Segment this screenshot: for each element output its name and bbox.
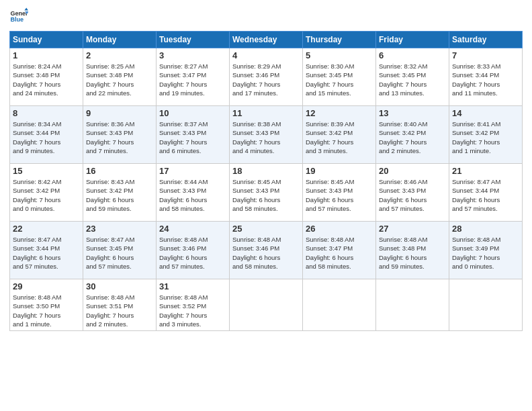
calendar-cell: 4Sunrise: 8:29 AMSunset: 3:46 PMDaylight…	[230, 48, 303, 106]
day-info: Sunrise: 8:48 AMSunset: 3:50 PMDaylight:…	[13, 293, 80, 328]
calendar-cell: 16Sunrise: 8:43 AMSunset: 3:42 PMDayligh…	[83, 164, 157, 222]
calendar-cell: 25Sunrise: 8:48 AMSunset: 3:46 PMDayligh…	[230, 222, 303, 279]
day-number: 9	[86, 108, 153, 118]
calendar-cell: 5Sunrise: 8:30 AMSunset: 3:45 PMDaylight…	[303, 48, 376, 106]
calendar-cell: 2Sunrise: 8:25 AMSunset: 3:48 PMDaylight…	[83, 48, 157, 106]
day-info: Sunrise: 8:48 AMSunset: 3:46 PMDaylight:…	[232, 235, 300, 271]
day-info: Sunrise: 8:45 AMSunset: 3:43 PMDaylight:…	[232, 177, 300, 213]
day-info: Sunrise: 8:40 AMSunset: 3:42 PMDaylight:…	[379, 120, 446, 155]
day-info: Sunrise: 8:36 AMSunset: 3:43 PMDaylight:…	[86, 120, 153, 155]
page-container: General Blue SundayMondayTuesdayWednesda…	[0, 0, 532, 411]
calendar-cell: 28Sunrise: 8:48 AMSunset: 3:49 PMDayligh…	[449, 222, 523, 279]
calendar-cell: 22Sunrise: 8:47 AMSunset: 3:44 PMDayligh…	[10, 222, 83, 279]
day-info: Sunrise: 8:39 AMSunset: 3:42 PMDaylight:…	[306, 120, 373, 155]
calendar-cell: 13Sunrise: 8:40 AMSunset: 3:42 PMDayligh…	[376, 106, 449, 164]
day-number: 24	[159, 224, 226, 234]
svg-text:General: General	[10, 10, 28, 17]
day-info: Sunrise: 8:24 AMSunset: 3:48 PMDaylight:…	[13, 62, 80, 97]
day-number: 7	[452, 50, 519, 60]
day-info: Sunrise: 8:48 AMSunset: 3:49 PMDaylight:…	[452, 235, 519, 271]
day-number: 12	[306, 108, 373, 118]
calendar-header-tuesday: Tuesday	[157, 32, 230, 48]
calendar-header-thursday: Thursday	[303, 32, 376, 48]
calendar-week-row: 8Sunrise: 8:34 AMSunset: 3:44 PMDaylight…	[10, 106, 523, 164]
calendar-week-row: 22Sunrise: 8:47 AMSunset: 3:44 PMDayligh…	[10, 222, 523, 279]
day-number: 15	[13, 166, 80, 176]
day-number: 23	[86, 224, 153, 234]
calendar-cell: 17Sunrise: 8:44 AMSunset: 3:43 PMDayligh…	[157, 164, 230, 222]
day-number: 22	[13, 224, 80, 234]
calendar-header-friday: Friday	[376, 32, 449, 48]
day-number: 1	[13, 50, 80, 60]
calendar-header-wednesday: Wednesday	[230, 32, 303, 48]
calendar-cell	[449, 279, 523, 331]
day-number: 30	[86, 281, 153, 291]
day-info: Sunrise: 8:48 AMSunset: 3:47 PMDaylight:…	[306, 235, 373, 271]
calendar-cell: 8Sunrise: 8:34 AMSunset: 3:44 PMDaylight…	[10, 106, 83, 164]
day-number: 25	[232, 224, 300, 234]
day-number: 5	[306, 50, 373, 60]
calendar-cell	[230, 279, 303, 331]
header: General Blue	[9, 7, 523, 26]
day-info: Sunrise: 8:38 AMSunset: 3:43 PMDaylight:…	[232, 120, 300, 155]
day-number: 8	[13, 108, 80, 118]
calendar-cell	[376, 279, 449, 331]
day-info: Sunrise: 8:43 AMSunset: 3:42 PMDaylight:…	[86, 177, 153, 213]
day-number: 17	[159, 166, 226, 176]
day-number: 27	[379, 224, 446, 234]
calendar-header-saturday: Saturday	[449, 32, 523, 48]
calendar-cell: 18Sunrise: 8:45 AMSunset: 3:43 PMDayligh…	[230, 164, 303, 222]
day-number: 3	[159, 50, 226, 60]
day-info: Sunrise: 8:47 AMSunset: 3:44 PMDaylight:…	[452, 177, 519, 213]
day-number: 4	[232, 50, 300, 60]
day-info: Sunrise: 8:29 AMSunset: 3:46 PMDaylight:…	[232, 62, 300, 97]
calendar-header-sunday: Sunday	[10, 32, 83, 48]
day-number: 13	[379, 108, 446, 118]
day-info: Sunrise: 8:48 AMSunset: 3:46 PMDaylight:…	[159, 235, 226, 271]
day-info: Sunrise: 8:25 AMSunset: 3:48 PMDaylight:…	[86, 62, 153, 97]
calendar-cell: 1Sunrise: 8:24 AMSunset: 3:48 PMDaylight…	[10, 48, 83, 106]
calendar-cell: 30Sunrise: 8:48 AMSunset: 3:51 PMDayligh…	[83, 279, 157, 331]
calendar-week-row: 1Sunrise: 8:24 AMSunset: 3:48 PMDaylight…	[10, 48, 523, 106]
day-number: 14	[452, 108, 519, 118]
calendar-cell: 7Sunrise: 8:33 AMSunset: 3:44 PMDaylight…	[449, 48, 523, 106]
calendar-cell: 3Sunrise: 8:27 AMSunset: 3:47 PMDaylight…	[157, 48, 230, 106]
calendar-table: SundayMondayTuesdayWednesdayThursdayFrid…	[9, 31, 523, 331]
calendar-week-row: 15Sunrise: 8:42 AMSunset: 3:42 PMDayligh…	[10, 164, 523, 222]
day-info: Sunrise: 8:47 AMSunset: 3:44 PMDaylight:…	[13, 235, 80, 271]
calendar-week-row: 29Sunrise: 8:48 AMSunset: 3:50 PMDayligh…	[10, 279, 523, 331]
calendar-cell: 10Sunrise: 8:37 AMSunset: 3:43 PMDayligh…	[157, 106, 230, 164]
day-info: Sunrise: 8:48 AMSunset: 3:48 PMDaylight:…	[379, 235, 446, 271]
calendar-cell: 6Sunrise: 8:32 AMSunset: 3:45 PMDaylight…	[376, 48, 449, 106]
day-info: Sunrise: 8:27 AMSunset: 3:47 PMDaylight:…	[159, 62, 226, 97]
calendar-cell: 31Sunrise: 8:48 AMSunset: 3:52 PMDayligh…	[157, 279, 230, 331]
calendar-cell: 20Sunrise: 8:46 AMSunset: 3:43 PMDayligh…	[376, 164, 449, 222]
day-info: Sunrise: 8:48 AMSunset: 3:51 PMDaylight:…	[86, 293, 153, 328]
day-number: 20	[379, 166, 446, 176]
calendar-cell: 9Sunrise: 8:36 AMSunset: 3:43 PMDaylight…	[83, 106, 157, 164]
day-number: 16	[86, 166, 153, 176]
day-info: Sunrise: 8:30 AMSunset: 3:45 PMDaylight:…	[306, 62, 373, 97]
calendar-cell	[303, 279, 376, 331]
day-number: 28	[452, 224, 519, 234]
day-info: Sunrise: 8:47 AMSunset: 3:45 PMDaylight:…	[86, 235, 153, 271]
day-info: Sunrise: 8:42 AMSunset: 3:42 PMDaylight:…	[13, 177, 80, 213]
day-info: Sunrise: 8:44 AMSunset: 3:43 PMDaylight:…	[159, 177, 226, 213]
calendar-cell: 24Sunrise: 8:48 AMSunset: 3:46 PMDayligh…	[157, 222, 230, 279]
day-number: 26	[306, 224, 373, 234]
day-number: 21	[452, 166, 519, 176]
calendar-header-row: SundayMondayTuesdayWednesdayThursdayFrid…	[10, 32, 523, 48]
calendar-cell: 23Sunrise: 8:47 AMSunset: 3:45 PMDayligh…	[83, 222, 157, 279]
calendar-cell: 26Sunrise: 8:48 AMSunset: 3:47 PMDayligh…	[303, 222, 376, 279]
day-info: Sunrise: 8:48 AMSunset: 3:52 PMDaylight:…	[159, 293, 226, 328]
svg-text:Blue: Blue	[10, 16, 24, 23]
day-info: Sunrise: 8:45 AMSunset: 3:43 PMDaylight:…	[306, 177, 373, 213]
day-info: Sunrise: 8:34 AMSunset: 3:44 PMDaylight:…	[13, 120, 80, 155]
svg-marker-2	[24, 7, 28, 10]
day-info: Sunrise: 8:32 AMSunset: 3:45 PMDaylight:…	[379, 62, 446, 97]
day-number: 11	[232, 108, 300, 118]
calendar-cell: 14Sunrise: 8:41 AMSunset: 3:42 PMDayligh…	[449, 106, 523, 164]
calendar-cell: 12Sunrise: 8:39 AMSunset: 3:42 PMDayligh…	[303, 106, 376, 164]
day-number: 2	[86, 50, 153, 60]
logo-icon: General Blue	[9, 7, 28, 26]
